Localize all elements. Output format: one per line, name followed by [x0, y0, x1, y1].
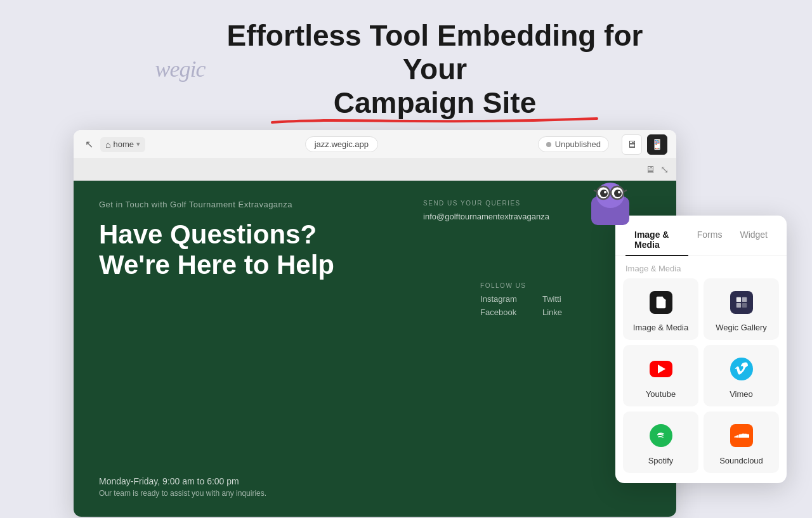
spotify-icon — [647, 422, 675, 450]
browser-toolbar: ↖ ⌂ home ▾ jazz.wegic.app Unpublished 🖥 — [74, 130, 676, 159]
status-badge: Unpublished — [538, 136, 609, 152]
card-wegic-gallery-label: Wegic Gallery — [716, 323, 767, 332]
desktop-view-button[interactable]: 🖥 — [622, 134, 642, 155]
tab-image-media[interactable]: Image & Media — [625, 224, 688, 256]
youtube-icon — [647, 355, 675, 383]
card-spotify[interactable]: Spotify — [623, 411, 698, 473]
card-image-media[interactable]: Image & Media — [623, 278, 698, 340]
card-wegic-gallery[interactable]: Wegic Gallery — [704, 278, 779, 340]
footer-description: Our team is ready to assist you with any… — [99, 489, 266, 498]
decorative-underline — [270, 116, 599, 125]
tab-forms[interactable]: Forms — [688, 224, 731, 256]
panel-tabs: Image & Media Forms Widget — [615, 216, 787, 256]
footer-info: Monday-Friday, 9:00 am to 6:00 pm Our te… — [99, 476, 266, 498]
page-background: wegic Effortless Tool Embedding for Your… — [0, 0, 812, 518]
back-icon[interactable]: ↖ — [82, 138, 95, 151]
svg-line-11 — [594, 190, 596, 191]
status-label: Unpublished — [555, 139, 601, 149]
svg-rect-13 — [736, 297, 740, 302]
expand-icon[interactable]: ⤡ — [660, 164, 669, 176]
twitter-link[interactable]: Twitti — [542, 294, 562, 304]
url-bar: jazz.wegic.app — [152, 136, 532, 152]
card-youtube[interactable]: Youtube — [623, 345, 698, 406]
svg-rect-16 — [742, 303, 746, 308]
svg-point-17 — [655, 430, 666, 441]
soundcloud-icon — [728, 422, 756, 450]
card-soundcloud[interactable]: Soundcloud — [704, 411, 779, 473]
svg-rect-14 — [742, 297, 746, 302]
contact-label: SEND US YOUR QUERIES — [423, 200, 549, 207]
image-media-icon — [647, 288, 675, 316]
follow-label: FOLLOW US — [480, 282, 562, 289]
follow-section: FOLLOW US Instagram Facebook Twitti Link… — [480, 282, 562, 317]
home-label: home — [113, 139, 134, 149]
home-nav[interactable]: ⌂ home ▾ — [100, 137, 145, 152]
contact-section: SEND US YOUR QUERIES info@golftournament… — [423, 200, 549, 221]
desktop-icon: 🖥 — [627, 139, 637, 150]
site-content: Get in Touch with Golf Tournament Extrav… — [74, 181, 676, 517]
svg-point-4 — [600, 190, 608, 197]
facebook-link[interactable]: Facebook — [480, 308, 517, 317]
svg-rect-15 — [736, 303, 740, 308]
mobile-view-button[interactable]: 📱 — [647, 134, 667, 155]
logo: wegic — [155, 56, 206, 82]
card-soundcloud-label: Soundcloud — [719, 456, 763, 465]
panel-cards-grid: Image & Media Wegic Gallery — [615, 278, 787, 473]
card-vimeo[interactable]: Vimeo — [704, 345, 779, 406]
tab-widget[interactable]: Widget — [731, 224, 776, 256]
status-dot — [546, 142, 551, 147]
site-subtitle: Get in Touch with Golf Tournament Extrav… — [99, 200, 651, 209]
svg-point-6 — [604, 191, 606, 193]
svg-point-5 — [614, 190, 622, 197]
card-youtube-label: Youtube — [646, 389, 676, 399]
home-icon: ⌂ — [105, 139, 110, 150]
page-heading: Effortless Tool Embedding for Your Campa… — [213, 19, 657, 120]
monitor-icon[interactable]: 🖥 — [645, 164, 655, 176]
page-header: wegic Effortless Tool Embedding for Your… — [0, 0, 812, 136]
svg-point-7 — [618, 191, 620, 193]
wegic-gallery-icon — [728, 288, 756, 316]
card-vimeo-label: Vimeo — [730, 389, 753, 399]
mobile-icon: 📱 — [651, 138, 664, 150]
card-spotify-label: Spotify — [648, 456, 674, 465]
contact-email: info@golftournamentextravaganza — [423, 212, 549, 221]
vimeo-icon — [728, 355, 756, 383]
site-heading: Have Questions? We're Here to Help — [99, 219, 340, 281]
social-list-right: Twitti Linke — [542, 294, 562, 317]
social-list-left: Instagram Facebook — [480, 294, 517, 317]
instagram-link[interactable]: Instagram — [480, 294, 517, 304]
media-panel: Image & Media Forms Widget Image & Media… — [615, 216, 787, 483]
linkedin-link[interactable]: Linke — [542, 308, 562, 317]
chevron-down-icon: ▾ — [136, 140, 140, 148]
mascot — [585, 178, 636, 228]
svg-line-12 — [624, 190, 627, 191]
url-text[interactable]: jazz.wegic.app — [305, 136, 378, 152]
card-image-media-label: Image & Media — [633, 323, 688, 332]
footer-hours: Monday-Friday, 9:00 am to 6:00 pm — [99, 476, 266, 486]
panel-section-label: Image & Media — [615, 256, 787, 278]
